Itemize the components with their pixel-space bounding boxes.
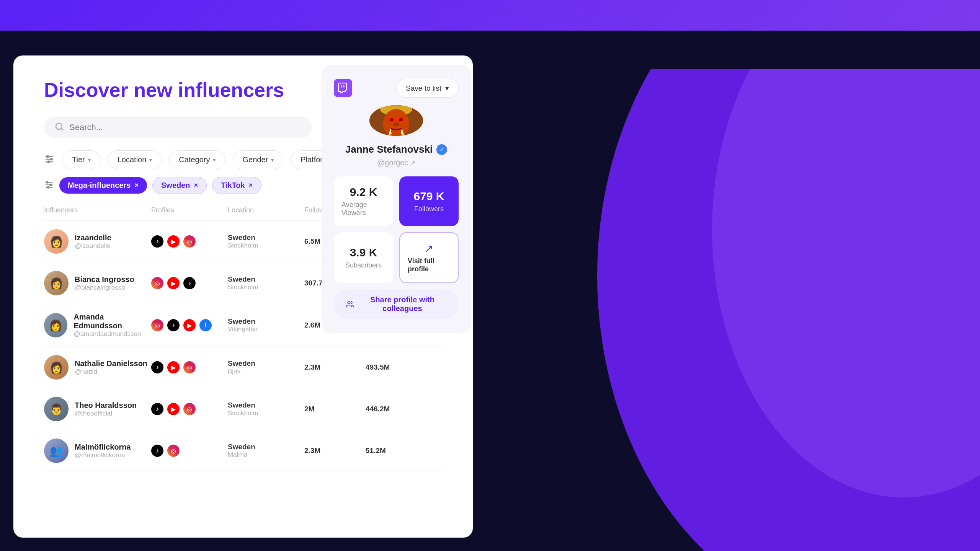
instagram-platform-icon: ◎	[151, 319, 163, 331]
gender-chevron-icon: ▾	[271, 157, 274, 163]
avatar: 👥	[44, 439, 69, 463]
external-link-icon: ↗	[410, 159, 415, 166]
subscribers-label: Subscribers	[345, 261, 382, 269]
svg-point-22	[390, 118, 394, 121]
location-cell: Sweden Malmö	[228, 443, 304, 459]
profiles-cell: ◎ ♪ ▶ f	[151, 319, 228, 331]
instagram-platform-icon: ◎	[183, 403, 196, 415]
instagram-platform-icon: ◎	[167, 445, 180, 457]
twitch-logo-icon	[334, 79, 352, 97]
tiktok-remove-icon[interactable]: ×	[249, 181, 253, 189]
followers-cell: 2.3M	[304, 447, 366, 455]
profile-stats: 9.2 K Average Viewers 679 K Followers 3.…	[334, 176, 459, 283]
influencer-handle: @theoofficial	[75, 410, 137, 417]
avatar: 👩	[44, 313, 67, 337]
followers-cell: 2.3M	[304, 363, 366, 372]
svg-point-0	[597, 0, 980, 551]
top-bar	[0, 0, 980, 31]
verified-badge-icon: ✓	[436, 144, 447, 155]
location-filter-button[interactable]: Location ▾	[108, 150, 162, 169]
mega-influencers-remove-icon[interactable]: ×	[134, 181, 139, 189]
svg-point-14	[50, 184, 51, 185]
avatar: 👨	[44, 397, 69, 421]
influencer-handle: @amandaedmundsson	[74, 330, 151, 338]
col-header-location: Location	[228, 206, 304, 214]
category-filter-button[interactable]: Category ▾	[169, 150, 225, 169]
likes-cell: 51.2M	[366, 447, 419, 455]
profiles-cell: ♪ ◎	[151, 445, 228, 457]
influencer-name: Theo Haraldsson	[75, 401, 137, 410]
profile-name: Janne Stefanovski	[345, 143, 433, 155]
svg-point-15	[47, 186, 49, 188]
tiktok-platform-icon: ♪	[151, 361, 163, 373]
followers-cell: 2M	[304, 405, 366, 413]
influencer-cell: 👩 Izaandelle @izaandelle	[44, 229, 151, 254]
tiktok-chip[interactable]: TikTok ×	[212, 177, 261, 194]
table-row[interactable]: 👩 Nathalie Danielsson @nattid ♪ ▶ ◎ Swed…	[44, 347, 442, 388]
profiles-cell: ♪ ▶ ◎	[151, 361, 228, 373]
avatar: 👩	[44, 271, 69, 295]
svg-point-27	[348, 302, 350, 304]
svg-point-8	[50, 158, 52, 160]
profiles-cell: ◎ ▶ ♪	[151, 277, 228, 289]
share-profile-button[interactable]: Share profile with colleagues	[334, 289, 459, 319]
influencer-cell: 👨 Theo Haraldsson @theoofficial	[44, 397, 151, 421]
save-to-list-chevron-icon: ▾	[445, 84, 449, 93]
influencer-cell: 👥 Malmöflickorna @malmoflickorna	[44, 439, 151, 463]
search-bar	[44, 117, 312, 138]
tiktok-platform-icon: ♪	[151, 235, 163, 248]
sweden-chip[interactable]: Sweden ×	[152, 177, 207, 194]
youtube-platform-icon: ▶	[183, 319, 196, 331]
influencer-name: Izaandelle	[75, 233, 111, 242]
tier-filter-button[interactable]: Tier ▾	[62, 150, 100, 169]
avatar: 👩	[44, 229, 69, 254]
likes-cell: 446.2M	[366, 405, 419, 413]
influencer-handle: @malmoflickorna	[75, 452, 131, 459]
influencer-handle: @izaandelle	[75, 242, 111, 250]
visit-full-profile-card[interactable]: ↗ Visit full profile	[399, 232, 459, 283]
location-cell: Sweden Stockholm	[228, 401, 304, 417]
tiktok-platform-icon: ♪	[151, 403, 163, 415]
youtube-platform-icon: ▶	[167, 403, 180, 415]
avatar: 👩	[44, 355, 69, 380]
average-viewers-card: 9.2 K Average Viewers	[334, 176, 393, 226]
tier-chevron-icon: ▾	[88, 157, 91, 163]
svg-point-7	[47, 155, 49, 157]
profile-name-row: Janne Stefanovski ✓	[345, 143, 447, 155]
svg-point-13	[47, 181, 48, 183]
influencer-name: Nathalie Danielsson	[75, 359, 147, 368]
instagram-platform-icon: ◎	[183, 235, 196, 248]
svg-point-9	[47, 161, 49, 163]
panel-header: Save to list ▾	[334, 79, 459, 98]
influencer-name: Amanda Edmundsson	[74, 313, 151, 330]
location-cell: Sweden Stockholm	[228, 233, 304, 249]
profile-avatar	[369, 105, 423, 136]
gender-filter-button[interactable]: Gender ▾	[233, 150, 283, 169]
influencer-handle: @nattid	[75, 368, 147, 376]
mega-influencers-chip[interactable]: Mega-influencers ×	[59, 177, 147, 194]
influencer-cell: 👩 Bianca Ingrosso @biancaingrosso	[44, 271, 151, 295]
youtube-platform-icon: ▶	[167, 361, 180, 373]
instagram-platform-icon: ◎	[151, 277, 163, 289]
influencer-name: Bianca Ingrosso	[75, 275, 134, 284]
table-row[interactable]: 👨 Theo Haraldsson @theoofficial ♪ ▶ ◎ Sw…	[44, 388, 442, 430]
tiktok-platform-icon: ♪	[167, 319, 180, 331]
tiktok-platform-icon: ♪	[151, 445, 163, 457]
location-cell: Sweden Bjuv	[228, 359, 304, 375]
facebook-platform-icon: f	[199, 319, 212, 331]
share-icon	[346, 300, 354, 309]
followers-value: 679 K	[413, 190, 444, 203]
profiles-cell: ♪ ▶ ◎	[151, 403, 228, 415]
table-row[interactable]: 👥 Malmöflickorna @malmoflickorna ♪ ◎ Swe…	[44, 430, 442, 472]
followers-label: Followers	[414, 205, 444, 213]
search-input[interactable]	[69, 122, 301, 132]
sweden-remove-icon[interactable]: ×	[194, 181, 198, 189]
profile-panel: Save to list ▾	[322, 65, 471, 333]
svg-point-23	[399, 118, 403, 121]
profiles-cell: ♪ ▶ ◎	[151, 235, 228, 248]
filter-sliders-icon	[44, 154, 55, 166]
subscribers-card: 3.9 K Subscribers	[334, 232, 393, 283]
instagram-platform-icon: ◎	[183, 361, 196, 373]
youtube-platform-icon: ▶	[167, 277, 180, 289]
save-to-list-button[interactable]: Save to list ▾	[396, 79, 459, 98]
